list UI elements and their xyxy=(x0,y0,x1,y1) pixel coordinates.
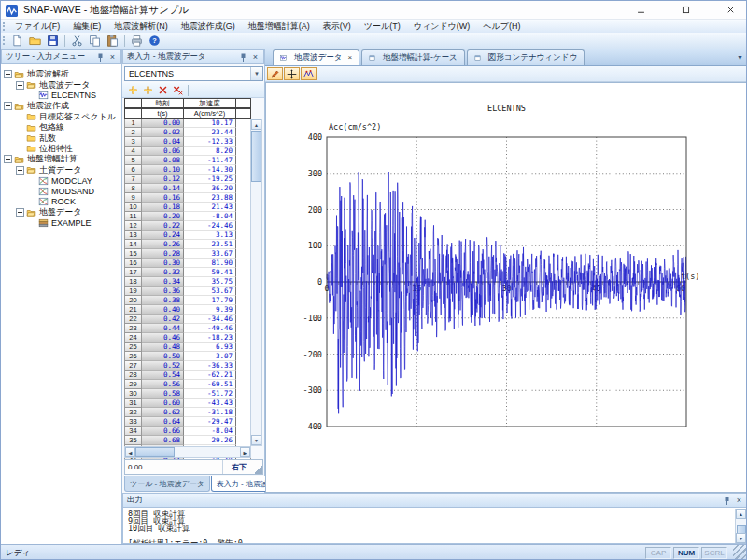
time-cell[interactable]: 0.08 xyxy=(142,156,184,165)
time-cell[interactable]: 0.32 xyxy=(142,268,184,277)
add-row-above-icon[interactable] xyxy=(126,84,139,96)
tree-item-MODCLAY[interactable]: MODCLAY xyxy=(1,175,121,186)
row-number[interactable]: 24 xyxy=(124,333,142,343)
accel-cell[interactable]: 21.43 xyxy=(184,203,236,212)
tree-item-EXAMPLE[interactable]: EXAMPLE xyxy=(1,217,121,228)
table-horizontal-scrollbar[interactable]: ◀ ▶ xyxy=(124,446,251,458)
row-number[interactable]: 35 xyxy=(124,436,142,445)
tab-list-chevron-icon[interactable]: ▼ xyxy=(737,54,743,61)
accel-cell[interactable]: 33.67 xyxy=(184,249,236,259)
time-cell[interactable]: 0.62 xyxy=(142,408,184,417)
paste-icon[interactable] xyxy=(105,34,120,48)
time-cell[interactable]: 0.20 xyxy=(142,212,184,221)
peaks-icon[interactable] xyxy=(301,67,317,80)
accel-cell[interactable]: 53.67 xyxy=(184,287,236,296)
time-cell[interactable]: 0.30 xyxy=(142,259,184,268)
accel-cell[interactable]: -36.33 xyxy=(184,361,236,371)
time-cell[interactable]: 0.58 xyxy=(142,389,184,399)
grid-resize-grip[interactable] xyxy=(255,460,262,474)
row-number[interactable]: 6 xyxy=(124,165,142,175)
row-number[interactable]: 15 xyxy=(124,249,142,259)
time-cell[interactable]: 0.34 xyxy=(142,277,184,287)
output-scrollbar[interactable]: ▲ ▼ xyxy=(735,509,747,543)
row-number[interactable]: 19 xyxy=(124,287,142,296)
accel-cell[interactable]: 36.20 xyxy=(184,184,236,193)
tree-item-土質データ[interactable]: 土質データ xyxy=(1,165,121,175)
time-cell[interactable]: 0.06 xyxy=(142,147,184,156)
time-cell[interactable]: 0.40 xyxy=(142,305,184,315)
row-number[interactable]: 16 xyxy=(124,259,142,268)
collapse-icon[interactable] xyxy=(4,155,12,163)
accel-cell[interactable]: 23.51 xyxy=(184,240,236,249)
accel-cell[interactable]: 23.88 xyxy=(184,193,236,203)
time-cell[interactable]: 0.28 xyxy=(142,249,184,259)
time-cell[interactable]: 0.56 xyxy=(142,380,184,389)
time-cell[interactable]: 0.52 xyxy=(142,361,184,371)
cut-icon[interactable] xyxy=(69,34,85,48)
accel-cell[interactable]: 3.13 xyxy=(184,231,236,240)
crosshair-icon[interactable] xyxy=(284,67,300,80)
time-cell[interactable]: 0.00 xyxy=(142,119,184,128)
row-number[interactable]: 29 xyxy=(124,380,142,389)
time-cell[interactable]: 0.18 xyxy=(142,203,184,212)
doc-tab-0[interactable]: 地震波データ× xyxy=(273,49,359,65)
accel-cell[interactable]: 17.79 xyxy=(184,296,236,305)
menu-item-5[interactable]: 表示(V) xyxy=(317,20,358,33)
row-number[interactable]: 5 xyxy=(124,156,142,165)
accel-cell[interactable]: -69.51 xyxy=(184,380,236,389)
accel-cell[interactable]: 3.07 xyxy=(184,352,236,361)
time-cell[interactable]: 0.54 xyxy=(142,371,184,380)
scroll-down-icon[interactable]: ▼ xyxy=(736,533,746,543)
time-cell[interactable]: 0.26 xyxy=(142,240,184,249)
time-cell[interactable]: 0.16 xyxy=(142,193,184,203)
row-number[interactable]: 12 xyxy=(124,221,142,231)
accel-cell[interactable]: 23.44 xyxy=(184,128,236,137)
row-number[interactable]: 9 xyxy=(124,193,142,203)
accel-cell[interactable]: -51.72 xyxy=(184,389,236,399)
accel-cell[interactable]: 9.39 xyxy=(184,305,236,315)
save-icon[interactable] xyxy=(45,34,61,48)
scroll-up-icon[interactable]: ▲ xyxy=(736,509,746,519)
pin-icon[interactable] xyxy=(239,53,247,62)
open-folder-icon[interactable] xyxy=(27,34,43,48)
menu-item-6[interactable]: ツール(T) xyxy=(358,20,407,33)
row-number[interactable]: 23 xyxy=(124,324,142,333)
print-icon[interactable] xyxy=(129,34,145,48)
time-cell[interactable]: 0.04 xyxy=(142,137,184,147)
accel-cell[interactable]: 6.93 xyxy=(184,343,236,352)
chevron-down-icon[interactable]: ▼ xyxy=(250,67,262,80)
menu-item-3[interactable]: 地震波作成(G) xyxy=(175,20,242,33)
collapse-icon[interactable] xyxy=(16,166,24,175)
accel-cell[interactable]: -49.46 xyxy=(184,324,236,333)
row-number[interactable]: 22 xyxy=(124,315,142,324)
delete-row-icon[interactable] xyxy=(156,84,169,96)
row-number[interactable]: 33 xyxy=(124,417,142,427)
time-cell[interactable]: 0.42 xyxy=(142,315,184,324)
wave-select-combo[interactable]: ELCENTNS ▼ xyxy=(124,66,263,81)
hscroll-thumb[interactable] xyxy=(135,447,175,457)
accel-cell[interactable]: -43.43 xyxy=(184,399,236,408)
row-number[interactable]: 11 xyxy=(124,212,142,221)
time-cell[interactable]: 0.36 xyxy=(142,287,184,296)
row-number[interactable]: 1 xyxy=(124,119,142,128)
scroll-left-icon[interactable]: ◀ xyxy=(125,447,135,457)
pin-icon[interactable] xyxy=(723,497,731,505)
collapse-icon[interactable] xyxy=(4,70,12,78)
accel-cell[interactable]: -14.30 xyxy=(184,165,236,175)
accel-cell[interactable]: -18.23 xyxy=(184,333,236,343)
row-number[interactable]: 32 xyxy=(124,408,142,417)
row-number[interactable]: 21 xyxy=(124,305,142,315)
time-cell[interactable]: 0.60 xyxy=(142,399,184,408)
accel-cell[interactable]: -24.46 xyxy=(184,221,236,231)
maximize-icon[interactable] xyxy=(673,3,698,18)
time-cell[interactable]: 0.02 xyxy=(142,128,184,137)
window-resize-grip[interactable] xyxy=(733,545,746,560)
close-icon[interactable]: × xyxy=(735,497,743,505)
menu-item-8[interactable]: ヘルプ(H) xyxy=(476,20,527,33)
accel-cell[interactable]: 8.20 xyxy=(184,147,236,156)
table-vertical-scrollbar[interactable]: ▲ ▼ xyxy=(250,119,262,446)
accel-cell[interactable]: -11.47 xyxy=(184,156,236,165)
accel-cell[interactable]: -31.18 xyxy=(184,408,236,417)
collapse-icon[interactable] xyxy=(16,208,24,217)
doc-tab-1[interactable]: 地盤増幅計算-ケース xyxy=(361,49,465,65)
